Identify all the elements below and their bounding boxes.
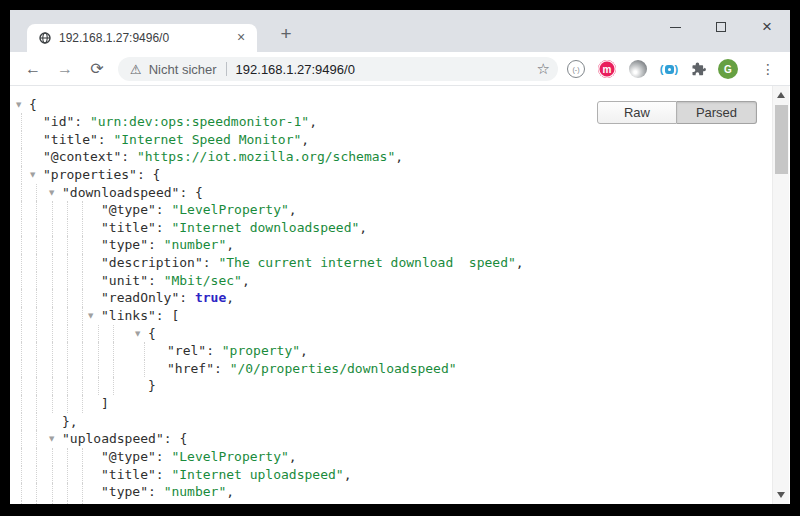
minimize-icon (670, 27, 681, 28)
indent-guide-line (98, 360, 99, 378)
json-line: "id": "urn:dev:ops:speedmonitor-1", (10, 113, 770, 131)
collapse-triangle-icon[interactable]: ▼ (49, 185, 54, 203)
indent-guide-line (36, 448, 37, 466)
back-button[interactable]: ← (21, 57, 45, 81)
indent-guide-line (52, 289, 53, 307)
indent-guide-line (52, 360, 53, 378)
circle-dash-extension-icon[interactable]: (-) (567, 60, 585, 78)
indent-guide-line (36, 289, 37, 307)
vertical-scrollbar[interactable] (772, 86, 789, 504)
indent-guide-line (82, 325, 83, 343)
indent-guide-line (21, 289, 22, 307)
indent-guide-line (82, 219, 83, 237)
minimize-button[interactable] (652, 10, 698, 44)
m-extension-icon[interactable]: m (598, 60, 616, 78)
tab-strip: 192.168.1.27:9496/0 × + × (10, 10, 790, 52)
indent-guide-line (82, 254, 83, 272)
indent-guide-line (21, 201, 22, 219)
forward-button[interactable]: → (53, 57, 77, 81)
indent-guide-line (21, 148, 22, 166)
indent-guide-line (82, 236, 83, 254)
json-line: "href": "/0/properties/downloadspeed" (10, 360, 770, 378)
indent-guide-line (82, 483, 83, 501)
indent-guide-line (67, 254, 68, 272)
indent-guide-line (113, 342, 114, 360)
indent-guide-line (82, 466, 83, 484)
new-tab-button[interactable]: + (273, 21, 299, 47)
indent-guide-line (36, 483, 37, 501)
indent-guide-line (21, 184, 22, 202)
indent-guide-line (113, 377, 114, 395)
blue-extension-icon[interactable]: () (658, 60, 680, 78)
indent-guide-line (82, 307, 83, 325)
indent-guide-line (67, 201, 68, 219)
json-viewer: Raw Parsed ▼{"id": "urn:dev:ops:speedmon… (10, 86, 790, 504)
indent-guide-line (36, 430, 37, 448)
bookmark-star-icon[interactable]: ☆ (537, 60, 550, 78)
indent-guide-line (52, 236, 53, 254)
json-line: "type": "number", (10, 236, 770, 254)
indent-guide-line (21, 360, 22, 378)
indent-guide-line (113, 360, 114, 378)
indent-guide-line (36, 254, 37, 272)
menu-kebab-icon[interactable]: ⋮ (759, 60, 777, 78)
indent-guide-line (98, 377, 99, 395)
indent-guide-line (36, 342, 37, 360)
indent-guide-line (21, 501, 22, 504)
scroll-down-icon[interactable] (777, 492, 785, 498)
json-line: "@context": "https://iot.mozilla.org/sch… (10, 148, 770, 166)
indent-guide-line (21, 272, 22, 290)
close-button[interactable]: × (744, 10, 790, 44)
profile-avatar[interactable]: G (718, 59, 738, 79)
collapse-triangle-icon[interactable]: ▼ (16, 97, 21, 115)
indent-guide-line (52, 466, 53, 484)
browser-tab[interactable]: 192.168.1.27:9496/0 × (27, 24, 257, 52)
collapse-triangle-icon[interactable]: ▼ (30, 167, 35, 185)
json-line: "readOnly": true, (10, 289, 770, 307)
indent-guide-line (144, 360, 145, 378)
indent-guide-line (21, 483, 22, 501)
security-separator (226, 62, 227, 76)
indent-guide-line (36, 395, 37, 413)
reload-button[interactable]: ⟳ (85, 57, 109, 81)
indent-guide-line (21, 254, 22, 272)
sphere-extension-icon[interactable] (629, 60, 647, 78)
tab-close-icon[interactable]: × (233, 30, 249, 46)
tab-title: 192.168.1.27:9496/0 (59, 31, 233, 45)
scroll-up-icon[interactable] (777, 92, 785, 98)
json-line: "description": "The current internet dow… (10, 254, 770, 272)
indent-guide-line (52, 219, 53, 237)
indent-guide-line (82, 289, 83, 307)
window-controls: × (652, 10, 790, 44)
scrollbar-thumb[interactable] (775, 105, 788, 174)
collapse-triangle-icon[interactable]: ▼ (49, 431, 54, 449)
indent-guide-line (52, 501, 53, 504)
json-line: } (10, 377, 770, 395)
json-line: ▼"properties": { (10, 166, 770, 184)
indent-guide-line (67, 289, 68, 307)
indent-guide-line (82, 377, 83, 395)
indent-guide-line (21, 430, 22, 448)
indent-guide-line (21, 395, 22, 413)
indent-guide-line (36, 219, 37, 237)
json-line: ▼"uploadspeed": { (10, 430, 770, 448)
indent-guide-line (21, 413, 22, 431)
security-warning-icon[interactable]: ⚠ (130, 62, 142, 77)
url-text[interactable]: 192.168.1.27:9496/0 (236, 62, 531, 77)
json-line: "description": "The current internet upl… (10, 501, 770, 504)
indent-guide-line (67, 483, 68, 501)
indent-guide-line (36, 413, 37, 431)
indent-guide-line (67, 342, 68, 360)
address-bar[interactable]: ⚠ Nicht sicher 192.168.1.27:9496/0 ☆ (118, 57, 558, 81)
indent-guide-line (67, 395, 68, 413)
collapse-triangle-icon[interactable]: ▼ (88, 308, 93, 326)
extensions-puzzle-icon[interactable] (689, 60, 707, 78)
indent-guide-line (21, 131, 22, 149)
collapse-triangle-icon[interactable]: ▼ (135, 326, 140, 344)
indent-guide-line (113, 325, 114, 343)
indent-guide-line (98, 342, 99, 360)
indent-guide-line (82, 448, 83, 466)
maximize-button[interactable] (698, 10, 744, 44)
indent-guide-line (36, 307, 37, 325)
indent-guide-line (52, 325, 53, 343)
